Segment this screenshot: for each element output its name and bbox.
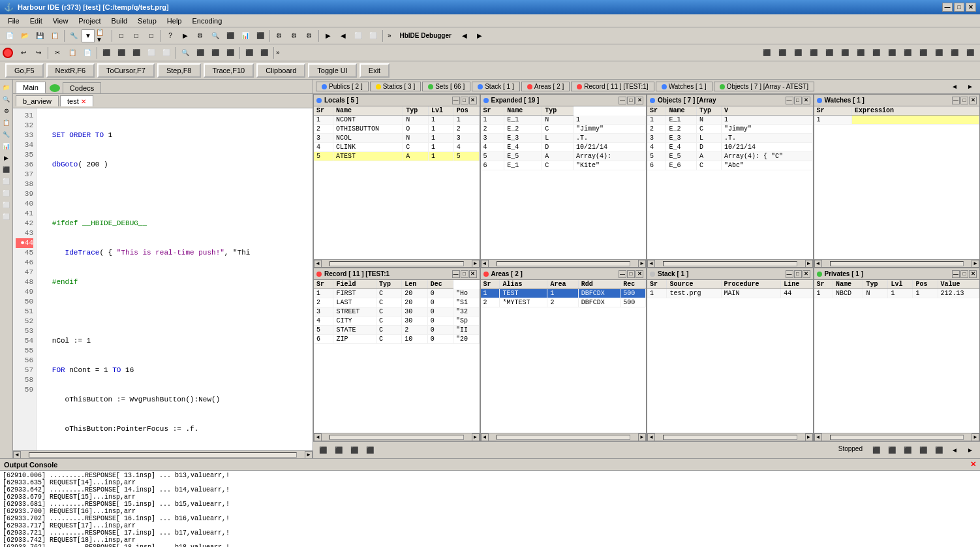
- output-close[interactable]: ✕: [970, 460, 976, 469]
- expanded-hscroll[interactable]: ◄ ►: [481, 259, 647, 267]
- expanded-max[interactable]: □: [627, 97, 635, 104]
- tb-debug-nav1[interactable]: ◀: [457, 29, 472, 42]
- sidebar-icon-10[interactable]: ⬜: [1, 188, 12, 198]
- step-button[interactable]: Step,F8: [157, 63, 201, 78]
- tb-new[interactable]: 📄: [3, 29, 17, 42]
- menu-edit[interactable]: Edit: [25, 16, 48, 26]
- dbt-r5[interactable]: ⬛: [932, 444, 946, 457]
- sidebar-icon-2[interactable]: 🔍: [1, 94, 12, 104]
- watches-min[interactable]: —: [952, 97, 960, 104]
- expanded-close[interactable]: ✕: [635, 97, 643, 104]
- trace-button[interactable]: Trace,F10: [204, 63, 254, 78]
- editor-tab-test[interactable]: test ✕: [60, 95, 93, 106]
- tb-save[interactable]: 💾: [33, 29, 47, 42]
- record-btn[interactable]: [3, 48, 13, 58]
- nextr-button[interactable]: NextR,F6: [46, 63, 95, 78]
- privates-close[interactable]: ✕: [969, 270, 977, 278]
- dbt-r2[interactable]: ⬛: [885, 444, 899, 457]
- sidebar-icon-11[interactable]: ⬜: [1, 200, 12, 210]
- tb-debug-r1[interactable]: ⬛: [759, 46, 774, 59]
- menu-setup[interactable]: Setup: [132, 16, 162, 26]
- close-tab-icon[interactable]: ✕: [81, 98, 86, 105]
- stack-hscroll[interactable]: ◄ ►: [647, 433, 813, 441]
- tb-t2-2[interactable]: ↪: [31, 46, 46, 59]
- sidebar-icon-3[interactable]: ⚙: [1, 106, 12, 116]
- tb-debug-r2[interactable]: ⬛: [775, 46, 789, 59]
- status-tab-stack[interactable]: Stack [ 1 ]: [472, 82, 519, 91]
- editor-hscroll[interactable]: ◄ ►: [13, 450, 313, 458]
- menu-help[interactable]: Help: [162, 16, 187, 26]
- tb-t2-7[interactable]: ⬛: [114, 46, 129, 59]
- menu-build[interactable]: Build: [106, 16, 132, 26]
- scroll-track[interactable]: [29, 452, 297, 458]
- record-hscroll[interactable]: ◄ ►: [314, 433, 480, 441]
- code-editor[interactable]: 3132333435 3637383940 414243 ●44 4546474…: [13, 108, 313, 458]
- dbt-2[interactable]: ⬛: [331, 444, 346, 457]
- tb-debug-r13[interactable]: ⬛: [947, 46, 962, 59]
- status-tab-record[interactable]: Record [ 11 ] [TEST:1]: [571, 82, 654, 91]
- stack-min[interactable]: —: [786, 270, 793, 278]
- panels-nav-left[interactable]: ◄: [947, 80, 962, 93]
- expanded-min[interactable]: —: [619, 97, 626, 104]
- tb-t2-9[interactable]: ⬜: [144, 46, 159, 59]
- dbt-r1[interactable]: ⬛: [869, 444, 883, 457]
- close-button[interactable]: ✕: [966, 3, 976, 12]
- tocursor-button[interactable]: ToCursor,F7: [97, 63, 155, 78]
- tb-t2-16[interactable]: ⬛: [257, 46, 271, 59]
- tb-help[interactable]: ?: [163, 29, 177, 42]
- sidebar-icon-7[interactable]: ▶: [1, 153, 12, 163]
- tb-debug-r12[interactable]: ⬛: [932, 46, 946, 59]
- tb-debug-r6[interactable]: ⬛: [838, 46, 852, 59]
- tb-run1[interactable]: ▶: [178, 29, 192, 42]
- locals-min[interactable]: —: [452, 97, 460, 104]
- status-tab-publics[interactable]: Publics [ 2 ]: [316, 82, 369, 91]
- tb-build2[interactable]: ⚙: [287, 29, 301, 42]
- tb-btn1[interactable]: 🔧: [67, 29, 81, 42]
- sidebar-icon-4[interactable]: 📋: [1, 117, 12, 128]
- privates-min[interactable]: —: [952, 270, 960, 278]
- dbt-r4[interactable]: ⬛: [916, 444, 930, 457]
- watches-max[interactable]: □: [960, 97, 968, 104]
- exit-button[interactable]: Exit: [360, 63, 390, 78]
- tb-run3[interactable]: 🔍: [208, 29, 222, 42]
- tb-t2-6[interactable]: ⬛: [99, 46, 114, 59]
- tb-debug-r14[interactable]: ⬛: [963, 46, 977, 59]
- go-button[interactable]: Go,F5: [5, 63, 44, 78]
- tb-debug-nav2[interactable]: ▶: [472, 29, 487, 42]
- maximize-button[interactable]: □: [954, 3, 964, 12]
- privates-hscroll[interactable]: ◄ ►: [814, 433, 980, 441]
- tb-dropdown2[interactable]: 📋▼: [95, 29, 110, 42]
- tb-run5[interactable]: 📊: [238, 29, 253, 42]
- tb-t2-3[interactable]: ✂: [50, 46, 65, 59]
- locals-scroll-right[interactable]: ►: [472, 260, 480, 268]
- locals-scroll-left[interactable]: ◄: [314, 260, 322, 268]
- menu-file[interactable]: File: [3, 16, 25, 26]
- tb-debug-r11[interactable]: ⬛: [916, 46, 930, 59]
- tb-nav3[interactable]: □: [144, 29, 159, 42]
- areas-hscroll[interactable]: ◄ ►: [481, 433, 647, 441]
- tab-main[interactable]: Main: [16, 82, 46, 93]
- sidebar-icon-9[interactable]: ⬜: [1, 176, 12, 187]
- output-content[interactable]: [62910.006] .........RESPONSE[ 13.insp] …: [0, 471, 980, 547]
- tb-t2-8[interactable]: ⬛: [129, 46, 144, 59]
- objects-hscroll[interactable]: ◄ ►: [647, 259, 813, 267]
- locals-max[interactable]: □: [461, 97, 468, 104]
- tb-run2[interactable]: ⚙: [193, 29, 207, 42]
- code-lines[interactable]: SET ORDER TO 1 dbGoto( 200 ) #ifdef __HB…: [37, 108, 313, 450]
- sidebar-icon-8[interactable]: ⬛: [1, 164, 12, 175]
- dbt-r3[interactable]: ⬛: [900, 444, 915, 457]
- sidebar-icon-1[interactable]: 📁: [1, 82, 12, 93]
- stack-close[interactable]: ✕: [803, 270, 810, 278]
- dbt-1[interactable]: ⬛: [316, 444, 330, 457]
- menu-view[interactable]: View: [48, 16, 74, 26]
- toggle-ui-button[interactable]: Toggle UI: [308, 63, 356, 78]
- tb-build1[interactable]: ⚙: [272, 29, 286, 42]
- tb-t2-1[interactable]: ↩: [16, 46, 31, 59]
- tb-t2-15[interactable]: ⬛: [242, 46, 256, 59]
- dbt-nav-right[interactable]: ►: [963, 444, 977, 457]
- record-close[interactable]: ✕: [469, 270, 477, 278]
- record-min[interactable]: —: [452, 270, 460, 278]
- status-tab-objects[interactable]: Objects [ 7 ] [Array - ATEST]: [714, 82, 814, 91]
- tb-misc1[interactable]: ▶: [321, 29, 335, 42]
- minimize-button[interactable]: —: [942, 3, 953, 12]
